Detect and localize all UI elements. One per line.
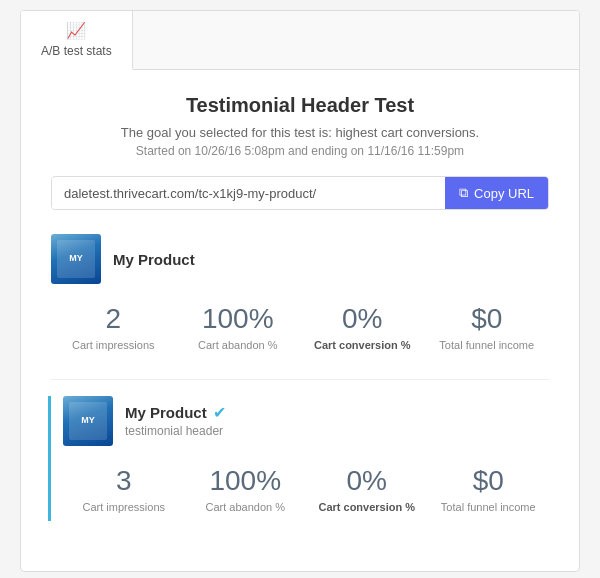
stat-label-abandon-b: Cart abandon % <box>185 501 307 513</box>
stat-value-income-a: $0 <box>425 304 550 335</box>
goal-text: The goal you selected for this test is: … <box>51 125 549 140</box>
tab-ab-test-stats[interactable]: 📈 A/B test stats <box>21 11 133 70</box>
product-b-info: My Product ✔ testimonial header <box>125 403 226 438</box>
product-b-image: MY <box>63 396 113 446</box>
stat-value-conversion-b: 0% <box>306 466 428 497</box>
variant-label: testimonial header <box>125 424 226 438</box>
stat-value-impressions-a: 2 <box>51 304 176 335</box>
product-a-name-row: My Product <box>113 251 195 268</box>
stat-cart-impressions-b: 3 Cart impressions <box>63 466 185 513</box>
stat-cart-impressions-a: 2 Cart impressions <box>51 304 176 351</box>
tab-label: A/B test stats <box>41 44 112 58</box>
stat-value-conversion-a: 0% <box>300 304 425 335</box>
stat-label-impressions-a: Cart impressions <box>51 339 176 351</box>
stat-funnel-income-b: $0 Total funnel income <box>428 466 550 513</box>
copy-url-label: Copy URL <box>474 186 534 201</box>
stat-label-abandon-a: Cart abandon % <box>176 339 301 351</box>
stat-cart-abandon-b: 100% Cart abandon % <box>185 466 307 513</box>
main-window: 📈 A/B test stats Testimonial Header Test… <box>20 10 580 572</box>
product-b-section: MY My Product ✔ testimonial header 3 Car… <box>48 396 549 521</box>
url-bar: daletest.thrivecart.com/tc-x1kj9-my-prod… <box>51 176 549 210</box>
stat-cart-conversion-a: 0% Cart conversion % <box>300 304 425 351</box>
main-content: Testimonial Header Test The goal you sel… <box>21 70 579 571</box>
product-b-name-row: My Product ✔ <box>125 403 226 422</box>
tab-bar: 📈 A/B test stats <box>21 11 579 70</box>
product-b-name: My Product <box>125 404 207 421</box>
date-text: Started on 10/26/16 5:08pm and ending on… <box>51 144 549 158</box>
section-divider <box>51 379 549 380</box>
product-a-image: MY <box>51 234 101 284</box>
check-badge-icon: ✔ <box>213 403 226 422</box>
stat-value-impressions-b: 3 <box>63 466 185 497</box>
stat-value-abandon-a: 100% <box>176 304 301 335</box>
stat-label-conversion-a: Cart conversion % <box>300 339 425 351</box>
stat-cart-abandon-a: 100% Cart abandon % <box>176 304 301 351</box>
chart-icon: 📈 <box>66 21 86 40</box>
product-a-section: MY My Product 2 Cart impressions 100% Ca… <box>51 234 549 359</box>
product-b-header: MY My Product ✔ testimonial header <box>63 396 549 446</box>
stat-label-income-b: Total funnel income <box>428 501 550 513</box>
stat-value-abandon-b: 100% <box>185 466 307 497</box>
copy-url-button[interactable]: ⧉ Copy URL <box>445 177 548 209</box>
product-b-stats: 3 Cart impressions 100% Cart abandon % 0… <box>63 462 549 521</box>
copy-icon: ⧉ <box>459 185 468 201</box>
url-display: daletest.thrivecart.com/tc-x1kj9-my-prod… <box>52 178 445 209</box>
product-a-name: My Product <box>113 251 195 268</box>
page-title: Testimonial Header Test <box>51 94 549 117</box>
stat-label-income-a: Total funnel income <box>425 339 550 351</box>
stat-funnel-income-a: $0 Total funnel income <box>425 304 550 351</box>
stat-value-income-b: $0 <box>428 466 550 497</box>
product-a-stats: 2 Cart impressions 100% Cart abandon % 0… <box>51 300 549 359</box>
stat-label-conversion-b: Cart conversion % <box>306 501 428 513</box>
product-a-header: MY My Product <box>51 234 549 284</box>
stat-label-impressions-b: Cart impressions <box>63 501 185 513</box>
stat-cart-conversion-b: 0% Cart conversion % <box>306 466 428 513</box>
product-a-info: My Product <box>113 251 195 268</box>
